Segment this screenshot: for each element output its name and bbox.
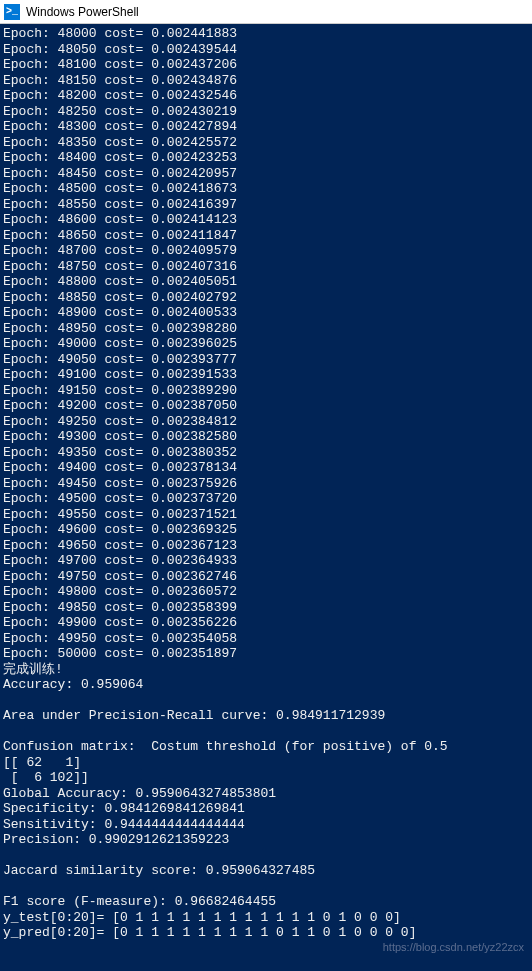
icon-glyph: >_ xyxy=(6,6,18,17)
title-bar[interactable]: >_ Windows PowerShell xyxy=(0,0,532,24)
powershell-icon: >_ xyxy=(4,4,20,20)
terminal-output[interactable]: Epoch: 48000 cost= 0.002441883 Epoch: 48… xyxy=(0,24,532,943)
window-title: Windows PowerShell xyxy=(26,5,139,19)
watermark-text: https://blog.csdn.net/yz22zcx xyxy=(383,941,524,953)
